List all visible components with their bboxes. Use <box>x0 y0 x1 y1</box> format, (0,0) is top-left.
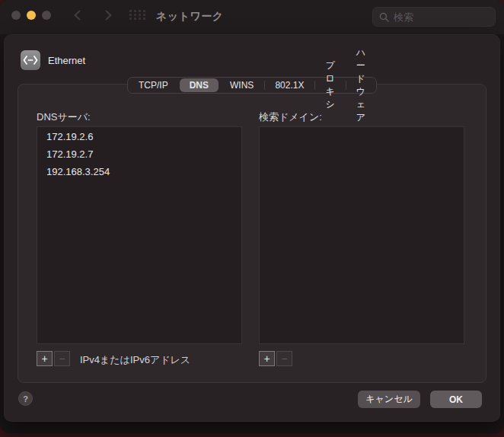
search-icon <box>379 12 389 22</box>
tab-proxy[interactable]: プロキシ <box>314 78 345 93</box>
tab-wins[interactable]: WINS <box>219 78 264 93</box>
dns-servers-controls: + − <box>37 351 70 366</box>
tab-8021x[interactable]: 802.1X <box>264 78 314 93</box>
search-domains-controls: + − <box>259 351 292 366</box>
remove-search-domain-button[interactable]: − <box>276 351 292 366</box>
search-domains-label: 検索ドメイン: <box>259 110 322 124</box>
connection-name: Ethernet <box>48 55 85 66</box>
window-title: ネットワーク <box>156 10 224 24</box>
dns-address-hint: IPv4またはIPv6アドレス <box>80 353 190 367</box>
help-button[interactable]: ? <box>18 391 33 406</box>
close-window-button[interactable] <box>11 11 21 20</box>
search-domains-list[interactable] <box>259 126 464 344</box>
zoom-window-button[interactable] <box>42 11 51 20</box>
tab-hardware[interactable]: ハードウェア <box>346 78 376 93</box>
tab-dns[interactable]: DNS <box>180 78 219 92</box>
forward-icon[interactable] <box>101 8 115 22</box>
remove-dns-server-button[interactable]: − <box>54 351 70 366</box>
ok-button[interactable]: OK <box>430 391 482 408</box>
ethernet-icon <box>21 50 40 70</box>
tab-tcpip[interactable]: TCP/IP <box>128 78 179 93</box>
screen: ネットワーク Ethernet TCP/IP <box>0 0 504 437</box>
minimize-window-button[interactable] <box>27 11 36 20</box>
list-item[interactable]: 192.168.3.254 <box>37 164 241 180</box>
show-all-grid-icon[interactable] <box>129 10 147 23</box>
cancel-button[interactable]: キャンセル <box>358 391 420 408</box>
network-preferences-window: ネットワーク Ethernet TCP/IP <box>0 0 504 433</box>
back-icon[interactable] <box>71 8 85 22</box>
list-item[interactable]: 172.19.2.6 <box>37 129 241 145</box>
add-search-domain-button[interactable]: + <box>259 351 275 366</box>
add-dns-server-button[interactable]: + <box>37 351 53 366</box>
dns-servers-label: DNSサーバ: <box>37 110 91 124</box>
dns-servers-list[interactable]: 172.19.2.6 172.19.2.7 192.168.3.254 <box>37 126 242 344</box>
search-field[interactable] <box>372 7 496 27</box>
search-input[interactable] <box>394 11 489 23</box>
tab-bar: TCP/IP DNS WINS 802.1X プロキシ ハードウェア <box>127 77 377 94</box>
dns-settings-sheet: Ethernet TCP/IP DNS WINS 802.1X プロキシ ハード… <box>4 34 500 422</box>
list-item[interactable]: 172.19.2.7 <box>37 146 241 162</box>
titlebar: ネットワーク <box>0 0 504 34</box>
